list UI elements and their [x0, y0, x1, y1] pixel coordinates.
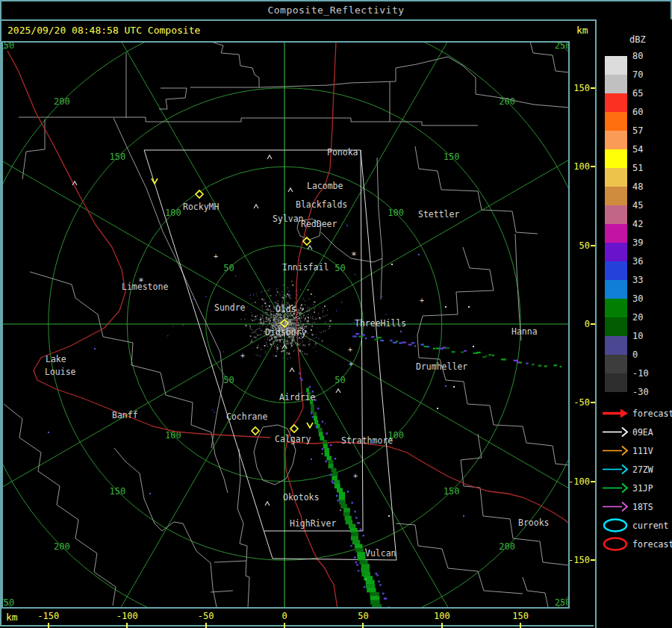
echo-streak-se-dot — [311, 412, 313, 414]
echo-streak-se-dot — [354, 511, 356, 513]
colorbar-value-label: 0 — [632, 349, 638, 360]
colorbar-swatch — [605, 112, 627, 131]
city-label: Sylvan — [273, 214, 304, 224]
clutter-speckle — [306, 311, 308, 312]
clutter-speckle — [284, 314, 285, 315]
clutter-speckle — [250, 298, 251, 299]
clutter-speckle — [256, 333, 257, 334]
clutter-speckle — [298, 318, 299, 319]
clutter-speckle — [267, 296, 267, 297]
echo-streak-se-dot — [322, 420, 324, 423]
clutter-speckle — [267, 290, 269, 291]
clutter-speckle — [290, 326, 291, 326]
echo-streak-se — [343, 508, 350, 512]
clutter-speckle — [320, 307, 320, 308]
echo-streak-se-dot — [356, 564, 358, 566]
clutter-speckle — [312, 323, 314, 325]
echo-streak-se — [332, 472, 337, 476]
clutter-speckle — [311, 293, 312, 295]
clutter-speckle — [319, 317, 320, 318]
clutter-speckle — [279, 348, 279, 349]
echo-streak-e — [390, 340, 393, 341]
echo-streak-se — [337, 488, 343, 492]
city-label: Lake — [46, 354, 66, 364]
legend-arrow-icon — [601, 479, 631, 497]
clutter-speckle — [263, 320, 264, 321]
echo-streak-e — [514, 360, 518, 361]
blue-speckle — [260, 355, 261, 357]
echo-streak-se-dot — [385, 598, 388, 600]
clutter-speckle — [256, 355, 257, 355]
clutter-speckle — [301, 313, 302, 314]
clutter-speckle — [293, 314, 294, 315]
clutter-speckle — [287, 341, 288, 341]
clutter-speckle — [297, 322, 298, 323]
clutter-speckle — [314, 311, 315, 313]
clutter-speckle — [302, 309, 302, 310]
clutter-speckle — [296, 343, 297, 343]
clutter-speckle — [241, 319, 242, 320]
city-label: Lacombe — [307, 181, 343, 191]
echo-streak-e — [396, 341, 398, 342]
clutter-speckle — [289, 323, 290, 323]
clutter-speckle — [308, 345, 309, 346]
clutter-speckle — [270, 312, 271, 313]
clutter-speckle — [291, 345, 293, 346]
clutter-speckle — [279, 319, 280, 320]
clutter-speckle — [291, 338, 293, 340]
clutter-speckle — [297, 317, 298, 317]
clutter-speckle — [316, 334, 317, 335]
blue-speckle — [332, 296, 334, 297]
clutter-speckle — [263, 317, 264, 318]
clutter-speckle — [299, 349, 299, 350]
bottom-axis-tick — [205, 623, 207, 628]
clutter-speckle — [273, 314, 274, 315]
clutter-speckle — [247, 307, 248, 308]
clutter-speckle — [293, 323, 294, 324]
clutter-speckle — [284, 298, 284, 299]
echo-streak-se — [326, 456, 332, 461]
legend-label: 09EA — [632, 427, 653, 438]
clutter-speckle — [273, 320, 275, 321]
range-ring-label: 50 — [335, 375, 345, 385]
clutter-speckle — [290, 357, 291, 358]
clutter-speckle — [290, 317, 291, 317]
clutter-speckle — [275, 302, 276, 302]
blue-speckle — [341, 302, 343, 303]
clutter-speckle — [300, 320, 301, 320]
colorbar-swatch — [605, 149, 627, 168]
clutter-speckle — [250, 319, 251, 320]
right-axis-label: 0 — [585, 319, 590, 329]
colorbar-value-label: 57 — [632, 125, 643, 136]
clutter-speckle — [300, 321, 302, 323]
clutter-speckle — [273, 317, 274, 317]
clutter-speckle — [277, 320, 278, 320]
echo-streak-e — [532, 364, 534, 365]
range-ring-label: 200 — [499, 541, 515, 552]
echo-streak-se-dot — [330, 444, 332, 447]
echo-streak-e — [411, 342, 415, 343]
clutter-speckle — [281, 349, 282, 349]
clutter-speckle — [251, 332, 252, 333]
clutter-speckle — [268, 324, 269, 325]
echo-streak-se-dot — [355, 562, 358, 564]
county-boundary — [523, 577, 548, 607]
clutter-speckle — [277, 339, 278, 340]
echo-streak-e — [358, 336, 363, 338]
clutter-speckle — [261, 330, 262, 331]
colorbar-swatch — [605, 93, 627, 112]
clutter-speckle — [296, 325, 296, 326]
clutter-speckle — [292, 285, 293, 286]
clutter-speckle — [251, 312, 252, 313]
clutter-speckle — [250, 335, 252, 337]
clutter-speckle — [270, 317, 271, 317]
clutter-speckle — [301, 338, 302, 339]
clutter-speckle — [277, 349, 279, 350]
clutter-speckle — [255, 330, 255, 331]
clutter-speckle — [308, 310, 309, 311]
echo-streak-e — [482, 356, 486, 358]
colorbar-swatch — [605, 261, 627, 280]
clutter-speckle — [276, 341, 277, 342]
clutter-speckle — [278, 318, 279, 319]
colorbar-value-label: -30 — [632, 387, 649, 397]
